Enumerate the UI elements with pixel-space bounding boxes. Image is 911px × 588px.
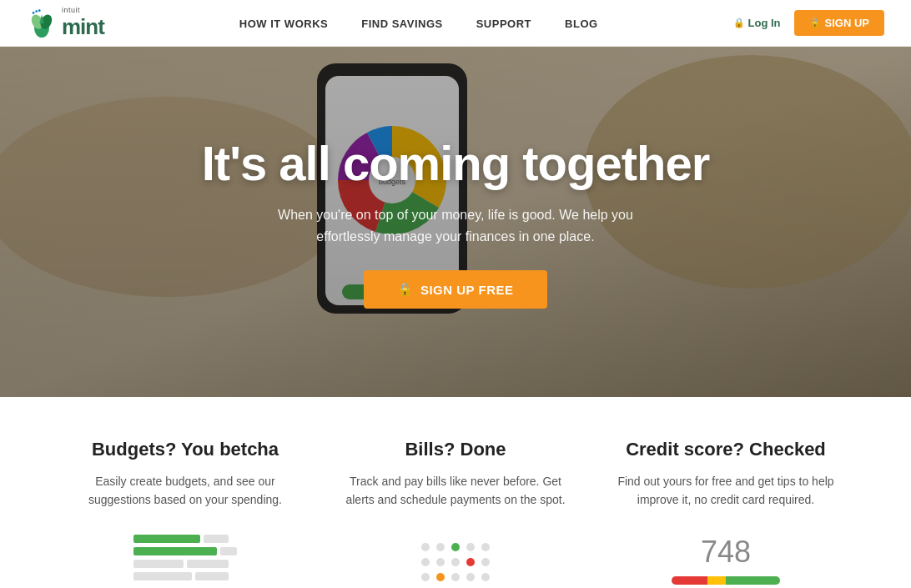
budget-illustration: TODAY [68, 535, 302, 588]
login-button[interactable]: 🔒 Log In [733, 17, 781, 29]
nav-actions: 🔒 Log In 🔒 SIGN UP [733, 10, 884, 36]
hero-content: It's all coming together When you're on … [202, 135, 710, 309]
lock-icon-hero: 🔒 [397, 282, 414, 297]
bill-dot-orange [436, 573, 445, 581]
nav-find-savings[interactable]: FIND SAVINGS [361, 18, 443, 30]
nav-support[interactable]: SUPPORT [476, 18, 531, 30]
credit-score-bar [672, 576, 780, 585]
feature-bills: Bills? Done Track and pay bills like nev… [322, 439, 589, 588]
logo-text: mint [62, 14, 104, 39]
bill-dot [466, 573, 475, 581]
hero-subtitle: When you're on top of your money, life i… [247, 204, 664, 247]
bill-dot-green [451, 543, 460, 551]
bills-illustration [339, 535, 572, 588]
feature-budgets-title: Budgets? You betcha [68, 439, 302, 460]
lock-icon-signup: 🔒 [809, 18, 821, 28]
feature-budgets-desc: Easily create budgets, and see our sugge… [68, 472, 302, 510]
feature-bills-title: Bills? Done [339, 439, 572, 460]
features-section: Budgets? You betcha Easily create budget… [0, 397, 911, 588]
hero-title: It's all coming together [202, 135, 710, 191]
nav-links: HOW IT WORKS FIND SAVINGS SUPPORT BLOG [239, 16, 598, 31]
navbar: intuit mint HOW IT WORKS FIND SAVINGS SU… [0, 0, 911, 47]
hero-section: budgets Presupuestos → It's all coming t… [0, 47, 911, 397]
feature-credit-desc: Find out yours for free and get tips to … [609, 472, 843, 510]
bill-dot [481, 543, 490, 551]
nav-how-it-works[interactable]: HOW IT WORKS [239, 18, 328, 30]
mint-logo-icon [27, 8, 57, 38]
bill-dot [436, 558, 445, 566]
intuit-label: intuit [62, 6, 104, 14]
bill-dot-red [466, 558, 475, 566]
bill-dot [436, 543, 445, 551]
signup-nav-button[interactable]: 🔒 SIGN UP [794, 10, 884, 36]
svg-point-6 [38, 9, 41, 12]
credit-illustration: 748 [609, 535, 843, 585]
bill-dot [421, 558, 430, 566]
bill-dot [421, 543, 430, 551]
nav-blog[interactable]: BLOG [565, 18, 598, 30]
svg-point-5 [35, 10, 38, 13]
logo[interactable]: intuit mint [27, 6, 104, 40]
bill-dot [466, 543, 475, 551]
signup-hero-button[interactable]: 🔒 SIGN UP FREE [364, 270, 546, 309]
lock-icon: 🔒 [733, 18, 745, 28]
bill-dot [421, 573, 430, 581]
bill-dot [481, 573, 490, 581]
credit-score-number: 748 [701, 535, 751, 570]
credit-bar-green [726, 576, 780, 585]
bill-dot [451, 573, 460, 581]
svg-point-4 [33, 12, 35, 14]
feature-bills-desc: Track and pay bills like never before. G… [339, 472, 572, 510]
credit-bar-red [672, 576, 707, 585]
feature-budgets: Budgets? You betcha Easily create budget… [52, 439, 319, 588]
feature-credit: Credit score? Checked Find out yours for… [592, 439, 859, 588]
feature-credit-title: Credit score? Checked [609, 439, 843, 460]
bill-dot [451, 558, 460, 566]
credit-bar-yellow [707, 576, 726, 585]
bill-dot [481, 558, 490, 566]
